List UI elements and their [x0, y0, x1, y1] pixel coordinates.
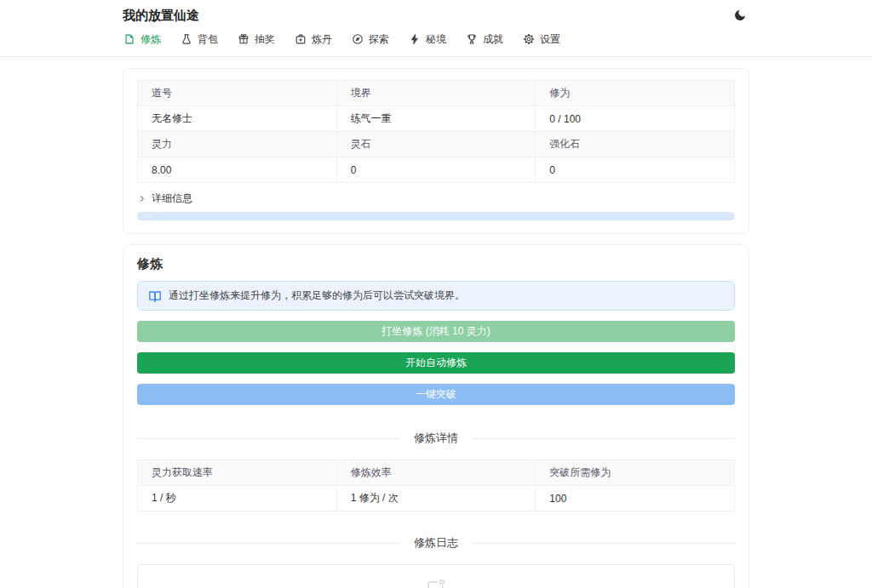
auto-cultivate-button[interactable]: 开始自动修炼 — [137, 352, 735, 374]
log-divider: 修炼日志 — [137, 535, 735, 551]
tip-banner: 通过打坐修炼来提升修为，积累足够的修为后可以尝试突破境界。 — [137, 281, 735, 311]
stat-value-spirit-stone: 0 — [336, 157, 536, 183]
flask-icon — [181, 33, 192, 45]
divider-label: 修炼详情 — [414, 431, 458, 446]
detail-value-breakthrough-req: 100 — [536, 486, 735, 511]
details-toggle[interactable]: 详细信息 — [137, 190, 192, 208]
tab-backpack[interactable]: 背包 — [180, 31, 219, 49]
progress-label: 0% — [137, 212, 735, 220]
log-empty-state: 暂无日志 — [137, 564, 735, 588]
tab-bar: 修炼 背包 抽奖 炼丹 — [123, 31, 749, 56]
chevron-right-icon — [137, 194, 146, 203]
main-content: 道号 境界 修为 无名修士 练气一重 0 / 100 灵力 灵石 强化石 8.0… — [0, 68, 872, 588]
stat-value-cultivation: 0 / 100 — [536, 106, 735, 132]
tab-label: 炼丹 — [312, 32, 332, 47]
tab-label: 探索 — [369, 32, 389, 47]
stat-header-daoname: 道号 — [138, 81, 337, 106]
detail-header-efficiency: 修炼效率 — [336, 460, 536, 486]
breakthrough-button[interactable]: 一键突破 — [137, 384, 735, 405]
stat-header-enhance-stone: 强化石 — [536, 132, 735, 157]
table-row: 灵力 灵石 强化石 — [138, 132, 735, 157]
gear-icon — [523, 33, 535, 45]
moon-icon — [733, 9, 747, 22]
stat-header-realm: 境界 — [336, 81, 536, 106]
tab-lottery[interactable]: 抽奖 — [237, 31, 276, 49]
table-row: 道号 境界 修为 — [138, 81, 735, 106]
stat-header-cultivation: 修为 — [536, 81, 735, 106]
tab-explore[interactable]: 探索 — [351, 31, 390, 49]
table-row: 灵力获取速率 修炼效率 突破所需修为 — [138, 460, 735, 486]
theme-toggle-button[interactable] — [731, 6, 749, 25]
compass-icon — [352, 33, 364, 45]
gift-icon — [238, 33, 250, 45]
cultivation-details-table: 灵力获取速率 修炼效率 突破所需修为 1 / 秒 1 修为 / 次 100 — [137, 460, 735, 511]
tab-label: 修炼 — [141, 32, 161, 47]
tab-label: 抽奖 — [255, 32, 275, 47]
stat-value-realm: 练气一重 — [336, 106, 536, 132]
detail-value-efficiency: 1 修为 / 次 — [336, 486, 536, 511]
open-book-icon — [148, 289, 162, 303]
tab-label: 设置 — [540, 32, 560, 47]
meditate-button[interactable]: 打坐修炼 (消耗 10 灵力) — [137, 321, 735, 342]
stats-card: 道号 境界 修为 无名修士 练气一重 0 / 100 灵力 灵石 强化石 8.0… — [123, 68, 749, 234]
tab-label: 成就 — [483, 32, 503, 47]
tab-alchemy[interactable]: 炼丹 — [294, 31, 333, 49]
tab-secret-realm[interactable]: 秘境 — [408, 31, 447, 49]
tab-settings[interactable]: 设置 — [522, 31, 561, 49]
stat-value-enhance-stone: 0 — [536, 157, 735, 183]
stat-header-spirit-power: 灵力 — [138, 132, 337, 157]
medicine-bag-icon — [295, 33, 307, 45]
table-row: 无名修士 练气一重 0 / 100 — [138, 106, 735, 132]
details-divider: 修炼详情 — [137, 431, 735, 446]
page-title: 我的放置仙途 — [123, 8, 199, 24]
tab-label: 秘境 — [426, 32, 446, 47]
stat-value-daoname: 无名修士 — [138, 106, 337, 132]
table-row: 8.00 0 0 — [138, 157, 735, 183]
tab-achievements[interactable]: 成就 — [465, 31, 504, 49]
detail-header-spirit-rate: 灵力获取速率 — [138, 460, 337, 486]
book-icon — [123, 33, 135, 45]
app-header: 我的放置仙途 修炼 背包 — [0, 0, 872, 57]
stat-value-spirit-power: 8.00 — [138, 157, 337, 183]
empty-inbox-icon — [425, 577, 447, 588]
table-row: 1 / 秒 1 修为 / 次 100 — [138, 486, 735, 511]
section-title: 修炼 — [137, 256, 735, 272]
stats-table: 道号 境界 修为 无名修士 练气一重 0 / 100 灵力 灵石 强化石 8.0… — [137, 80, 735, 183]
cultivation-progress-bar: 0% — [137, 212, 735, 220]
divider-label: 修炼日志 — [414, 535, 458, 551]
tip-text: 通过打坐修炼来提升修为，积累足够的修为后可以尝试突破境界。 — [169, 288, 465, 303]
lightning-icon — [409, 33, 421, 45]
details-toggle-label: 详细信息 — [152, 191, 192, 206]
tab-cultivate[interactable]: 修炼 — [123, 31, 162, 49]
trophy-icon — [466, 33, 478, 45]
tab-label: 背包 — [198, 32, 218, 47]
detail-value-spirit-rate: 1 / 秒 — [138, 486, 337, 511]
cultivation-card: 修炼 通过打坐修炼来提升修为，积累足够的修为后可以尝试突破境界。 打坐修炼 (消… — [123, 244, 749, 588]
stat-header-spirit-stone: 灵石 — [336, 132, 536, 157]
detail-header-breakthrough-req: 突破所需修为 — [536, 460, 735, 486]
